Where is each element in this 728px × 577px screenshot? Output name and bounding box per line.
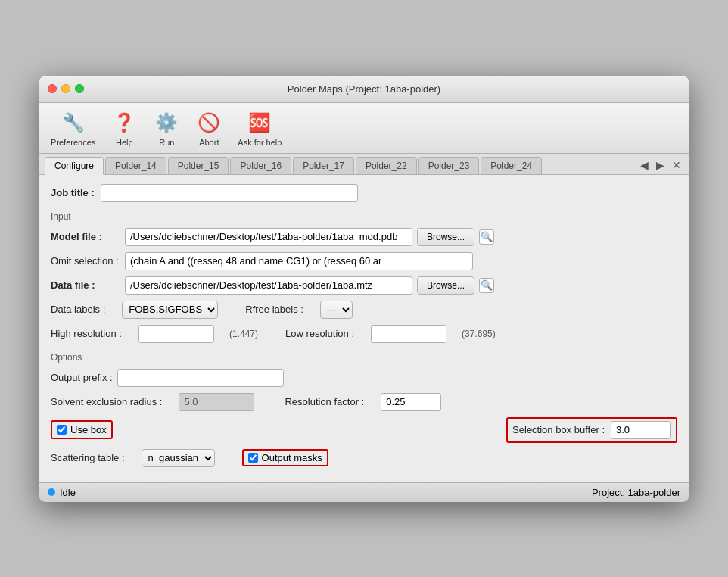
- status-left: Idle: [48, 487, 76, 498]
- status-dot: [48, 488, 55, 496]
- low-res-hint: (37.695): [462, 329, 496, 339]
- solvent-exclusion-input[interactable]: [179, 393, 254, 411]
- toolbar: 🔧 Preferences ❓ Help ⚙️ Run 🚫 Abort 🆘 As…: [39, 103, 689, 154]
- low-res-input[interactable]: [371, 325, 446, 343]
- minimize-button[interactable]: [61, 84, 70, 93]
- scattering-table-label: Scattering table :: [51, 452, 125, 463]
- output-prefix-input[interactable]: [117, 369, 284, 387]
- solvent-resolution-row: Solvent exclusion radius : Resolution fa…: [51, 393, 677, 411]
- data-labels-label: Data labels :: [51, 304, 105, 315]
- tabs-nav: ◀ ▶ ✕: [638, 159, 683, 174]
- model-file-row: Model file : Browse... 🔍: [51, 228, 677, 246]
- data-file-input-group: Browse... 🔍: [125, 276, 494, 295]
- high-res-label: High resolution :: [51, 328, 122, 339]
- low-res-label: Low resolution :: [285, 328, 354, 339]
- tab-polder14[interactable]: Polder_14: [105, 157, 166, 174]
- tab-polder15[interactable]: Polder_15: [168, 157, 229, 174]
- resolution-factor-label: Resolution factor :: [285, 396, 364, 407]
- maximize-button[interactable]: [75, 84, 84, 93]
- tab-polder23[interactable]: Polder_23: [418, 157, 480, 174]
- help-icon: ❓: [110, 109, 138, 136]
- project-text: Project: 1aba-polder: [592, 487, 680, 498]
- traffic-lights: [48, 84, 84, 93]
- data-file-input[interactable]: [125, 276, 412, 295]
- ask-for-help-icon: 🆘: [246, 109, 273, 136]
- preferences-label: Preferences: [51, 138, 95, 147]
- data-file-browse-button[interactable]: Browse...: [417, 276, 474, 295]
- selection-box-buffer-highlighted: Selection box buffer :: [506, 417, 677, 443]
- output-prefix-label: Output prefix :: [51, 372, 113, 383]
- solvent-exclusion-label: Solvent exclusion radius :: [51, 396, 162, 407]
- toolbar-preferences[interactable]: 🔧 Preferences: [51, 109, 95, 147]
- ask-for-help-label: Ask for help: [238, 138, 282, 147]
- abort-icon: 🚫: [195, 109, 222, 136]
- output-masks-highlighted: Output masks: [242, 449, 328, 466]
- model-file-input[interactable]: [125, 228, 412, 246]
- statusbar: Idle Project: 1aba-polder: [39, 482, 689, 502]
- output-masks-label: Output masks: [262, 452, 322, 463]
- job-title-label: Job title :: [51, 187, 95, 198]
- use-box-checkbox-row: Use box: [57, 424, 107, 435]
- job-title-row: Job title :: [51, 184, 677, 202]
- window-title: Polder Maps (Project: 1aba-polder): [288, 83, 440, 95]
- titlebar: Polder Maps (Project: 1aba-polder): [39, 76, 689, 103]
- tab-close-button[interactable]: ✕: [670, 159, 683, 171]
- use-box-checkbox[interactable]: [57, 425, 67, 435]
- tab-configure[interactable]: Configure: [45, 157, 104, 175]
- data-labels-select-wrap: FOBS,SIGFOBS: [122, 301, 218, 319]
- omit-selection-input[interactable]: [125, 252, 473, 270]
- input-section-title: Input: [51, 211, 677, 222]
- preferences-icon: 🔧: [60, 109, 87, 136]
- output-masks-group: Output masks: [242, 449, 328, 466]
- toolbar-ask-for-help[interactable]: 🆘 Ask for help: [238, 109, 282, 147]
- tab-polder24[interactable]: Polder_24: [481, 157, 542, 174]
- data-labels-select[interactable]: FOBS,SIGFOBS: [122, 301, 218, 319]
- job-title-input[interactable]: [101, 184, 358, 202]
- model-file-input-group: Browse... 🔍: [125, 228, 494, 246]
- model-file-label: Model file :: [51, 231, 119, 242]
- rfree-labels-select[interactable]: ---: [320, 301, 353, 319]
- toolbar-abort[interactable]: 🚫 Abort: [195, 109, 222, 147]
- toolbar-run[interactable]: ⚙️ Run: [153, 109, 180, 147]
- selection-box-buffer-label: Selection box buffer :: [512, 424, 605, 435]
- abort-label: Abort: [199, 138, 219, 147]
- help-label: Help: [116, 138, 133, 147]
- tab-polder17[interactable]: Polder_17: [293, 157, 354, 174]
- labels-row: Data labels : FOBS,SIGFOBS Rfree labels …: [51, 301, 677, 319]
- rfree-labels-select-wrap: ---: [320, 301, 353, 319]
- main-window: Polder Maps (Project: 1aba-polder) 🔧 Pre…: [39, 76, 689, 502]
- run-icon: ⚙️: [153, 109, 180, 136]
- high-res-hint: (1.447): [229, 329, 258, 339]
- resolution-row: High resolution : (1.447) Low resolution…: [51, 325, 677, 343]
- data-file-row: Data file : Browse... 🔍: [51, 276, 677, 295]
- omit-selection-label: Omit selection :: [51, 255, 119, 267]
- options-section-title: Options: [51, 352, 677, 363]
- status-text: Idle: [60, 487, 76, 498]
- omit-selection-row: Omit selection :: [51, 252, 677, 270]
- toolbar-help[interactable]: ❓ Help: [110, 109, 138, 147]
- tab-polder16[interactable]: Polder_16: [230, 157, 291, 174]
- main-content: Job title : Input Model file : Browse...…: [39, 175, 689, 482]
- output-prefix-row: Output prefix :: [51, 369, 677, 387]
- tab-prev-button[interactable]: ◀: [638, 159, 651, 171]
- use-box-row: Use box Selection box buffer :: [51, 417, 677, 443]
- tab-next-button[interactable]: ▶: [654, 159, 667, 171]
- tabs-bar: Configure Polder_14 Polder_15 Polder_16 …: [39, 154, 689, 175]
- run-label: Run: [159, 138, 174, 147]
- scattering-output-row: Scattering table : n_gaussian wk1995 it1…: [51, 449, 677, 467]
- scattering-table-select-wrap: n_gaussian wk1995 it1992 electron: [142, 449, 215, 467]
- model-file-browse-button[interactable]: Browse...: [417, 228, 474, 246]
- use-box-highlighted: Use box: [51, 420, 113, 439]
- model-file-search-button[interactable]: 🔍: [479, 229, 494, 245]
- close-button[interactable]: [48, 84, 57, 93]
- use-box-label: Use box: [70, 424, 107, 435]
- selection-box-buffer-input[interactable]: [611, 421, 671, 439]
- rfree-labels-label: Rfree labels :: [245, 304, 303, 315]
- resolution-factor-input[interactable]: [381, 393, 441, 411]
- tab-polder22[interactable]: Polder_22: [356, 157, 417, 174]
- output-masks-checkbox[interactable]: [248, 453, 258, 463]
- data-file-search-button[interactable]: 🔍: [479, 278, 494, 293]
- high-res-input[interactable]: [138, 325, 214, 343]
- data-file-label: Data file :: [51, 279, 119, 291]
- scattering-table-select[interactable]: n_gaussian wk1995 it1992 electron: [142, 449, 215, 467]
